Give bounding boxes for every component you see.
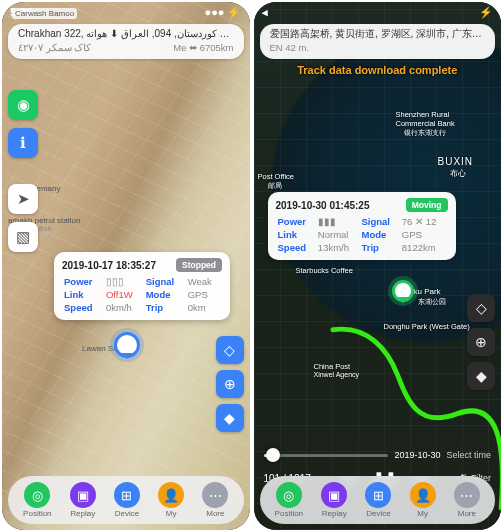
poi-donghu: Donghu Park (West Gate) (384, 322, 470, 331)
phone-left: 5:26 ●●● ⚡ Chrakhan 322, السليمانية, هەر… (2, 2, 250, 530)
timeline-scrubber[interactable]: 2019-10-30 Select time (264, 450, 492, 460)
map-control-buttons: ◇ ⊕ ◆ (467, 294, 495, 390)
dock-device[interactable]: ⊞Device (114, 482, 140, 518)
address-bar[interactable]: 爱国路高架桥, 黄贝街道, 罗湖区, 深圳市, 广东省, 518000, 中国 … (260, 24, 496, 59)
bottom-dock: ◎Position ▣Replay ⊞Device 👤My ⋯More (8, 476, 244, 524)
poi-xinwei: Xinwei Agency (314, 371, 360, 378)
card-timestamp: 2019-10-30 01:45:25 (276, 200, 370, 211)
scrub-knob[interactable] (266, 448, 280, 462)
state-pill: Moving (406, 198, 448, 212)
compass-icon: ◇ (476, 300, 487, 316)
address-sub: EN 42 m. (270, 42, 310, 54)
map-control-buttons: ◇ ⊕ ◆ (216, 336, 244, 432)
left-side-buttons: ◉ ℹ ➤ ▧ (8, 90, 38, 252)
poi-post: Post Office (258, 172, 295, 181)
card-table: Power▯▯▯SignalWeak LinkOff1WModeGPS Spee… (62, 275, 222, 314)
status-bar: ◂ ⚡ (262, 6, 494, 19)
back-icon[interactable]: ◂ (262, 6, 268, 19)
card-table: Power▮▮▮Signal76 ✕ 12 LinkNormalModeGPS … (276, 215, 448, 254)
scrub-date: 2019-10-30 (394, 450, 440, 460)
poi-starbucks: Starbucks Coffee (296, 266, 353, 275)
tracker-card[interactable]: 2019-10-30 01:45:25 Moving Power▮▮▮Signa… (268, 192, 456, 260)
download-banner: Track data download complete (254, 64, 502, 76)
target-icon: ⊕ (224, 376, 236, 392)
compass-button[interactable]: ◇ (467, 294, 495, 322)
card-timestamp: 2019-10-17 18:35:27 (62, 260, 156, 271)
replay-icon: ▣ (321, 482, 347, 508)
info-button[interactable]: ℹ (8, 128, 38, 158)
dock-replay[interactable]: ▣Replay (321, 482, 347, 518)
scrub-track[interactable] (264, 454, 389, 457)
device-icon: ⊞ (365, 482, 391, 508)
target-icon: ⊕ (475, 334, 487, 350)
compass-button[interactable]: ◇ (216, 336, 244, 364)
state-pill: Stopped (176, 258, 222, 272)
bottom-dock: ◎Position ▣Replay ⊞Device 👤My ⋯More (260, 476, 496, 524)
dock-my[interactable]: 👤My (410, 482, 436, 518)
layers-icon: ▧ (16, 228, 30, 246)
status-icons: ●●● ⚡ (205, 6, 242, 19)
address-line: 爱国路高架桥, 黄贝街道, 罗湖区, 深圳市, 广东省, 518000, 中国 … (270, 28, 486, 41)
my-icon: 👤 (158, 482, 184, 508)
layers-button[interactable]: ▧ (8, 222, 38, 252)
more-icon: ⋯ (454, 482, 480, 508)
position-icon: ◎ (276, 482, 302, 508)
dock-position[interactable]: ◎Position (23, 482, 51, 518)
tracker-card[interactable]: 2019-10-17 18:35:27 Stopped Power▯▯▯Sign… (54, 252, 230, 320)
dock-device[interactable]: ⊞Device (365, 482, 391, 518)
dock-my[interactable]: 👤My (158, 482, 184, 518)
navigate-button[interactable]: ◆ (216, 404, 244, 432)
device-icon: ⊞ (114, 482, 140, 508)
locate-icon: ◉ (17, 96, 30, 114)
compass-icon: ◇ (224, 342, 235, 358)
poi-bank: Shenzhen Rural (396, 110, 450, 119)
address-line: Chrakhan 322, السليمانية, هەرێمی کوردستا… (18, 28, 234, 41)
poi-kupark: ku Park (414, 287, 441, 296)
poi-chinapost: China Post (314, 362, 351, 371)
tracker-marker[interactable] (114, 332, 140, 358)
poi-buxin: BUXIN (438, 156, 474, 167)
more-icon: ⋯ (202, 482, 228, 508)
dock-replay[interactable]: ▣Replay (70, 482, 96, 518)
status-icons: ⚡ (479, 6, 493, 19)
recenter-button[interactable]: ⊕ (467, 328, 495, 356)
dock-position[interactable]: ◎Position (275, 482, 303, 518)
poi-carwash: Carwash Bamoo (12, 8, 77, 19)
poi-kupark-cn: 东湖公园 (418, 297, 446, 307)
navigate-button[interactable]: ◆ (467, 362, 495, 390)
arrow-button[interactable]: ➤ (8, 184, 38, 214)
address-bar[interactable]: Chrakhan 322, السليمانية, هەرێمی کوردستا… (8, 24, 244, 59)
address-sub-right: Me ⬌ 6705km (173, 42, 233, 54)
address-sub-left: کاک سمکر ٤٢٧٠٧ (18, 42, 91, 54)
phone-right: ◂ ⚡ 爱国路高架桥, 黄贝街道, 罗湖区, 深圳市, 广东省, 518000,… (254, 2, 502, 530)
tracker-marker[interactable] (392, 280, 414, 302)
locate-button[interactable]: ◉ (8, 90, 38, 120)
arrow-icon: ➤ (17, 190, 30, 208)
poi-bank2: Commercial Bank (396, 119, 455, 128)
replay-icon: ▣ (70, 482, 96, 508)
poi-bank3: 银行东湖支行 (404, 128, 446, 138)
dock-more[interactable]: ⋯More (202, 482, 228, 518)
nav-icon: ◆ (224, 410, 235, 426)
my-icon: 👤 (410, 482, 436, 508)
scrub-select[interactable]: Select time (446, 450, 491, 460)
position-icon: ◎ (24, 482, 50, 508)
info-icon: ℹ (20, 134, 26, 152)
dock-more[interactable]: ⋯More (454, 482, 480, 518)
poi-buxin-cn: 布心 (450, 168, 466, 179)
poi-post-cn: 邮局 (268, 181, 282, 191)
nav-icon: ◆ (476, 368, 487, 384)
recenter-button[interactable]: ⊕ (216, 370, 244, 398)
